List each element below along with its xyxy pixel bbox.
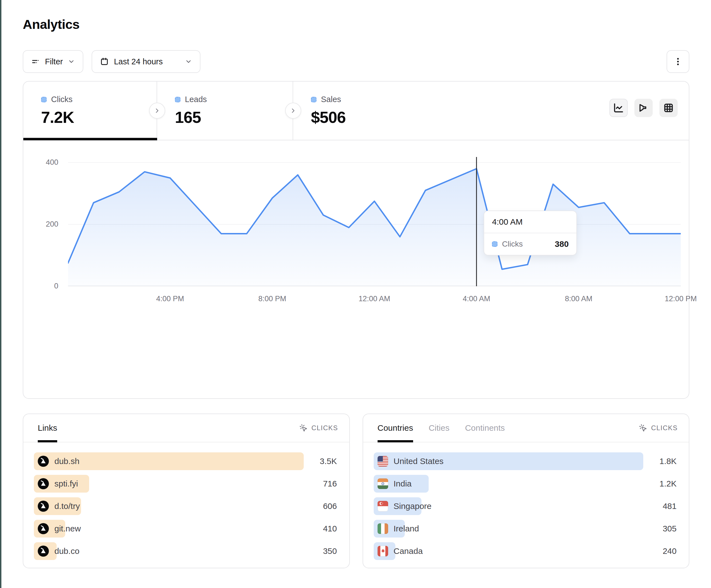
- dub-logo-icon: [38, 478, 49, 489]
- breakdown-panels: Links CLICKS dub.sh3.5K spti.fyi716 d.to…: [23, 413, 689, 568]
- area-fill: [68, 168, 681, 286]
- row-label: git.new: [55, 524, 81, 533]
- tooltip-legend-square: [492, 241, 497, 247]
- geo-panel-header: Countries Cities Continents CLICKS: [363, 414, 689, 443]
- links-list: dub.sh3.5K spti.fyi716 d.to/try606 git.n…: [23, 443, 349, 560]
- row-content: git.new: [38, 520, 81, 538]
- tab-clicks[interactable]: Clicks 7.2K: [23, 82, 157, 140]
- tab-countries[interactable]: Countries: [378, 414, 413, 442]
- leads-value: 165: [175, 108, 293, 127]
- row-value: 305: [643, 524, 676, 533]
- bar-track: India: [374, 475, 644, 493]
- row-value: 1.8K: [643, 456, 676, 466]
- links-metric-toggle[interactable]: CLICKS: [299, 414, 338, 442]
- tab-links[interactable]: Links: [38, 414, 57, 442]
- filter-button-label: Filter: [45, 57, 63, 66]
- geo-panel: Countries Cities Continents CLICKS: [363, 413, 690, 568]
- link-row[interactable]: spti.fyi716: [34, 475, 337, 493]
- tab-cities[interactable]: Cities: [429, 414, 450, 442]
- window-edge-strip: [0, 0, 1, 588]
- bar-track: spti.fyi: [34, 475, 304, 493]
- expand-leads-button[interactable]: [285, 103, 301, 119]
- tab-leads[interactable]: Leads 165: [157, 82, 293, 140]
- sg-flag-icon: [378, 501, 388, 512]
- sales-value: $506: [311, 108, 432, 127]
- analytics-page: Analytics Filter Last 24 hours: [0, 17, 711, 568]
- country-row[interactable]: Ireland305: [374, 520, 677, 538]
- chevron-down-icon: [68, 58, 75, 65]
- row-content: dub.co: [38, 542, 80, 560]
- line-chart-view-button[interactable]: [609, 99, 628, 117]
- date-range-label: Last 24 hours: [114, 57, 163, 66]
- country-row[interactable]: United States1.8K: [374, 452, 677, 470]
- dub-logo-icon: [38, 546, 49, 557]
- tab-continents[interactable]: Continents: [465, 414, 505, 442]
- more-menu-button[interactable]: [667, 50, 689, 73]
- tab-clicks-label: Clicks: [51, 95, 72, 104]
- dub-logo-icon: [38, 501, 49, 512]
- bar-track: United States: [374, 452, 644, 470]
- row-content: dub.sh: [38, 452, 80, 470]
- expand-clicks-button[interactable]: [149, 103, 165, 119]
- date-range-button[interactable]: Last 24 hours: [92, 50, 200, 73]
- x-tick-label: 4:00 PM: [156, 295, 184, 303]
- row-content: d.to/try: [38, 497, 80, 515]
- links-panel-header: Links CLICKS: [23, 414, 349, 443]
- link-row[interactable]: d.to/try606: [34, 497, 337, 515]
- us-flag-icon: [378, 456, 388, 467]
- tooltip-time: 4:00 AM: [484, 211, 576, 233]
- row-value: 240: [643, 546, 676, 556]
- cursor-click-icon: [639, 424, 647, 432]
- link-row[interactable]: git.new410: [34, 520, 337, 538]
- row-content: Ireland: [378, 520, 419, 538]
- chevron-right-icon: [289, 107, 297, 114]
- leads-legend-square: [175, 97, 180, 103]
- calendar-icon: [100, 57, 109, 66]
- stats-header: Clicks 7.2K Leads 165 Sales $506: [23, 82, 689, 140]
- line-chart-icon: [613, 103, 624, 113]
- row-content: India: [378, 475, 412, 493]
- links-panel: Links CLICKS dub.sh3.5K spti.fyi716 d.to…: [23, 413, 350, 568]
- row-content: Singapore: [378, 497, 432, 515]
- filter-button[interactable]: Filter: [23, 50, 83, 73]
- active-tab-underline: [23, 138, 157, 140]
- chart-view-switcher: [609, 99, 678, 117]
- cursor-click-icon: [299, 424, 308, 432]
- bar-track: Ireland: [374, 520, 644, 538]
- row-value: 481: [643, 501, 676, 511]
- kebab-icon: [673, 57, 683, 66]
- country-row[interactable]: Singapore481: [374, 497, 677, 515]
- links-metric-label: CLICKS: [311, 424, 338, 432]
- chart-tooltip: 4:00 AM Clicks 380: [483, 210, 577, 255]
- tab-countries-label: Countries: [378, 423, 413, 433]
- bar-track: Canada: [374, 542, 644, 560]
- link-row[interactable]: dub.sh3.5K: [34, 452, 337, 470]
- x-tick-label: 4:00 AM: [463, 295, 490, 303]
- row-label: Ireland: [394, 524, 419, 533]
- table-grid-icon: [663, 103, 674, 113]
- link-row[interactable]: dub.co350: [34, 542, 337, 560]
- clicks-value: 7.2K: [41, 108, 156, 127]
- bar-track: dub.co: [34, 542, 304, 560]
- area-chart-plot[interactable]: [68, 157, 681, 286]
- clicks-time-series-chart[interactable]: 0200400 4:00 PM8:00 PM12:00 AM4:00 AM8:0…: [23, 140, 689, 398]
- geo-metric-toggle[interactable]: CLICKS: [639, 414, 678, 442]
- tooltip-series-label: Clicks: [502, 240, 523, 249]
- filter-icon: [31, 57, 40, 66]
- country-row[interactable]: Canada240: [374, 542, 677, 560]
- tab-sales-label: Sales: [321, 95, 341, 104]
- table-view-button[interactable]: [659, 99, 678, 117]
- row-label: Canada: [394, 546, 423, 556]
- country-row[interactable]: India1.2K: [374, 475, 677, 493]
- row-content: spti.fyi: [38, 475, 78, 493]
- dub-logo-icon: [38, 478, 49, 489]
- x-tick-label: 8:00 AM: [565, 295, 592, 303]
- tab-sales[interactable]: Sales $506: [293, 82, 432, 140]
- funnel-view-button[interactable]: [634, 99, 653, 117]
- row-label: dub.co: [55, 546, 80, 556]
- dub-logo-icon: [38, 456, 49, 467]
- bar-track: Singapore: [374, 497, 644, 515]
- row-label: Singapore: [394, 501, 432, 511]
- clicks-legend-square: [41, 97, 47, 103]
- chevron-right-icon: [153, 107, 161, 114]
